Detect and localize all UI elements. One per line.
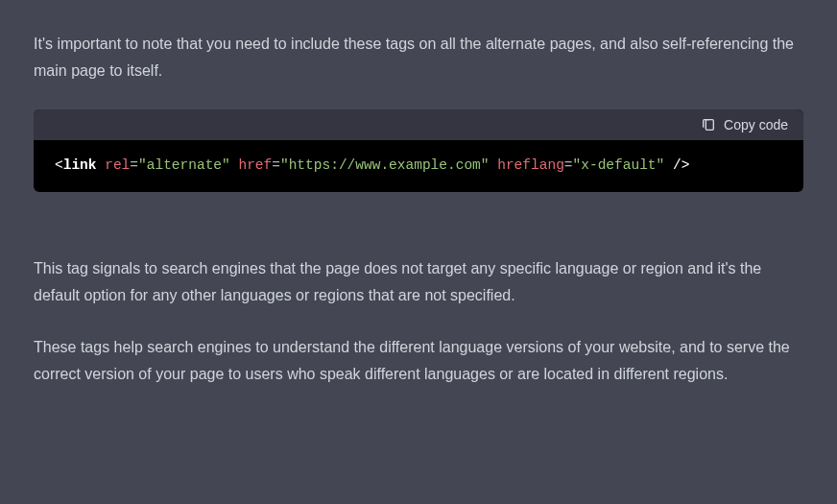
code-token-string: "alternate" [138,157,230,173]
spacer [34,217,803,230]
code-token: = [130,157,138,173]
code-block: Copy code <link rel="alternate" href="ht… [34,109,803,192]
paragraph-cutoff: targeting to the United States. [34,0,803,6]
copy-code-label: Copy code [724,117,788,132]
code-token: /> [664,157,689,173]
code-token-tag: link [63,157,97,173]
code-token: = [564,157,573,173]
code-token: < [55,157,63,173]
copy-code-button[interactable]: Copy code [701,117,788,132]
code-token-attr: rel [105,157,130,173]
paragraph-signal: This tag signals to search engines that … [34,255,803,309]
paragraph-help: These tags help search engines to unders… [34,334,803,388]
code-token-attr: href [238,157,272,173]
code-token [97,157,106,173]
code-token-string: "https://www.example.com" [280,157,490,173]
code-token-string: "x-default" [573,157,665,173]
code-token: = [272,157,280,173]
paragraph-note: It's important to note that you need to … [34,31,803,84]
code-block-header: Copy code [34,109,803,140]
clipboard-icon [701,117,716,132]
code-token [490,157,498,173]
code-block-body: <link rel="alternate" href="https://www.… [34,140,803,192]
svg-rect-0 [705,120,713,131]
code-token-attr: hreflang [497,157,564,173]
article-body: targeting to the United States. It's imp… [34,0,803,388]
